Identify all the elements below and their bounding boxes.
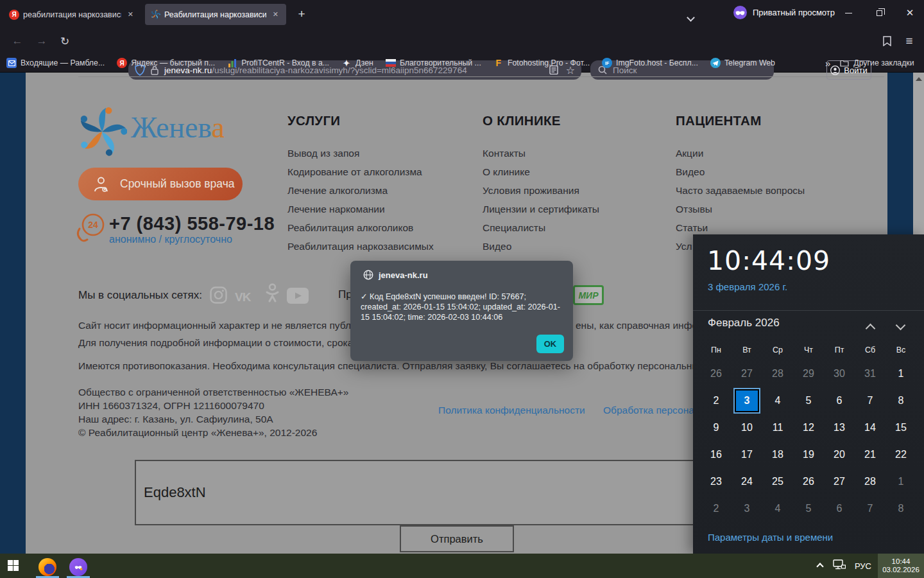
calendar-day[interactable]: 4	[762, 495, 793, 522]
reload-button[interactable]: ↻	[55, 28, 74, 54]
bookmark-charity[interactable]: Благотворительный ...	[386, 58, 481, 68]
calendar-day[interactable]: 1	[886, 468, 916, 495]
calendar-day[interactable]: 30	[824, 360, 855, 387]
calendar-day[interactable]: 4	[762, 387, 793, 414]
footer-link[interactable]: Лечение алкоголизма	[287, 185, 480, 204]
logo-wordmark[interactable]: Женева	[131, 110, 225, 144]
forward-button[interactable]: →	[32, 28, 51, 54]
calendar-day[interactable]: 2	[701, 495, 732, 522]
bookmark-yandex[interactable]: Я Яндекс — быстрый п...	[117, 58, 215, 68]
calendar-day[interactable]: 8	[886, 387, 916, 414]
calendar-day[interactable]: 6	[824, 387, 855, 414]
tray-clock[interactable]: 10:44 03.02.2026	[878, 554, 924, 578]
bookmark-imgfoto[interactable]: IF ImgFoto.host - Беспл...	[602, 58, 698, 68]
calendar-day[interactable]: 27	[732, 360, 762, 387]
menu-button[interactable]: ≡	[900, 28, 919, 54]
tray-show-hidden-chevron[interactable]	[817, 560, 823, 572]
calendar-day[interactable]: 17	[732, 441, 762, 468]
calendar-day[interactable]: 29	[793, 360, 824, 387]
tab-close-icon[interactable]: ✕	[270, 9, 281, 20]
calendar-day[interactable]: 5	[793, 387, 824, 414]
calendar-day[interactable]: 28	[855, 468, 886, 495]
calendar-day[interactable]: 15	[886, 414, 916, 441]
calendar-next-month-chevron[interactable]	[897, 320, 904, 331]
calendar-day[interactable]: 1	[886, 360, 916, 387]
calendar-day[interactable]: 27	[824, 468, 855, 495]
bookmark-dzen[interactable]: ✦ Дзен	[341, 58, 373, 68]
calendar-day[interactable]: 3	[732, 495, 762, 522]
footer-link[interactable]: Часто задаваемые вопросы	[676, 185, 868, 204]
calendar-day[interactable]: 28	[762, 360, 793, 387]
calendar-day[interactable]: 10	[732, 414, 762, 441]
footer-link[interactable]: Реабилитация алкоголиков	[287, 222, 480, 241]
footer-link[interactable]: Видео	[676, 166, 868, 185]
calendar-day[interactable]: 14	[855, 414, 886, 441]
close-button[interactable]: ✕	[896, 0, 923, 26]
bookmarks-overflow-chevron[interactable]: »	[825, 58, 830, 69]
calendar-day[interactable]: 18	[762, 441, 793, 468]
bookmark-telegram[interactable]: Telegram Web	[710, 58, 775, 68]
jeneva-logo-icon[interactable]	[77, 107, 127, 159]
phone-number[interactable]: +7 (843) 558-79-18	[109, 213, 275, 234]
tab-list-chevron-icon[interactable]	[688, 12, 694, 23]
odnoklassniki-icon[interactable]	[266, 283, 279, 306]
calendar-day[interactable]: 19	[793, 441, 824, 468]
language-indicator[interactable]: РУС	[855, 561, 871, 571]
minimize-button[interactable]	[835, 0, 862, 26]
date-time-settings-link[interactable]: Параметры даты и времени	[708, 532, 833, 543]
code-input[interactable]: Eqde8xtN	[135, 460, 791, 525]
clock-date[interactable]: 3 февраля 2026 г.	[708, 281, 787, 292]
instagram-icon[interactable]	[210, 286, 227, 306]
calendar-day[interactable]: 7	[855, 495, 886, 522]
tab-yandex-search[interactable]: Я реабилитация наркозависимы ✕	[4, 4, 141, 25]
emergency-call-button[interactable]: Срочный вызов врача	[78, 168, 243, 200]
footer-link[interactable]: Кодирование от алкоголизма	[287, 166, 480, 185]
bookmark-rambler-mail[interactable]: Входящие — Рамбле...	[6, 58, 105, 68]
footer-link[interactable]: О клинике	[483, 166, 675, 185]
calendar-day[interactable]: 6	[824, 495, 855, 522]
calendar-day[interactable]: 25	[762, 468, 793, 495]
calendar-day[interactable]: 16	[701, 441, 732, 468]
calendar-day[interactable]: 9	[701, 414, 732, 441]
dialog-ok-button[interactable]: OK	[536, 335, 564, 353]
footer-link[interactable]: Специалисты	[483, 222, 675, 241]
start-button[interactable]	[8, 560, 19, 571]
library-icon[interactable]	[878, 28, 896, 54]
calendar-prev-month-chevron[interactable]	[867, 323, 874, 335]
footer-link[interactable]: Реабилитация наркозависимых	[287, 241, 480, 259]
vk-icon[interactable]: VK	[235, 290, 250, 304]
calendar-day[interactable]: 13	[824, 414, 855, 441]
calendar-day[interactable]: 7	[855, 387, 886, 414]
scrollbar-up-arrow-icon[interactable]	[916, 77, 922, 81]
calendar-day[interactable]: 26	[793, 468, 824, 495]
calendar-day[interactable]: 26	[701, 360, 732, 387]
calendar-day[interactable]: 21	[855, 441, 886, 468]
other-bookmarks-folder[interactable]: Другие закладки	[839, 58, 914, 68]
submit-button[interactable]: Отправить	[400, 525, 514, 552]
network-icon[interactable]	[833, 559, 846, 573]
youtube-icon[interactable]	[287, 288, 309, 306]
calendar-day[interactable]: 31	[855, 360, 886, 387]
footer-link[interactable]: Отзывы	[676, 204, 868, 222]
bookmark-profitcentr[interactable]: ProfiTCentR - Вход в а...	[227, 58, 329, 68]
calendar-day[interactable]: 8	[886, 495, 916, 522]
tab-jeneva[interactable]: Реабилитация наркозависимы ✕	[145, 4, 286, 25]
footer-link[interactable]: Лицензии и сертификаты	[483, 204, 675, 222]
footer-link[interactable]: Акции	[676, 148, 868, 166]
calendar-day[interactable]: 5	[793, 495, 824, 522]
new-tab-button[interactable]: +	[293, 5, 311, 23]
taskbar-firefox-private-icon[interactable]	[65, 556, 91, 578]
calendar-day[interactable]: 23	[701, 468, 732, 495]
bookmark-fotohosting[interactable]: F Fotohosting.Pro - Фот...	[493, 58, 590, 68]
footer-link[interactable]: Видео	[483, 241, 675, 259]
calendar-day[interactable]: 3	[735, 389, 759, 412]
privacy-policy-link[interactable]: Политика конфиденциальности	[438, 405, 585, 416]
footer-link[interactable]: Вывод из запоя	[287, 148, 480, 166]
restore-button[interactable]	[866, 0, 893, 26]
calendar-day[interactable]: 2	[701, 387, 732, 414]
footer-link[interactable]: Условия проживания	[483, 185, 675, 204]
calendar-day[interactable]: 20	[824, 441, 855, 468]
taskbar-firefox-icon[interactable]	[35, 556, 60, 578]
calendar-day[interactable]: 24	[732, 468, 762, 495]
footer-link[interactable]: Контакты	[483, 148, 675, 166]
